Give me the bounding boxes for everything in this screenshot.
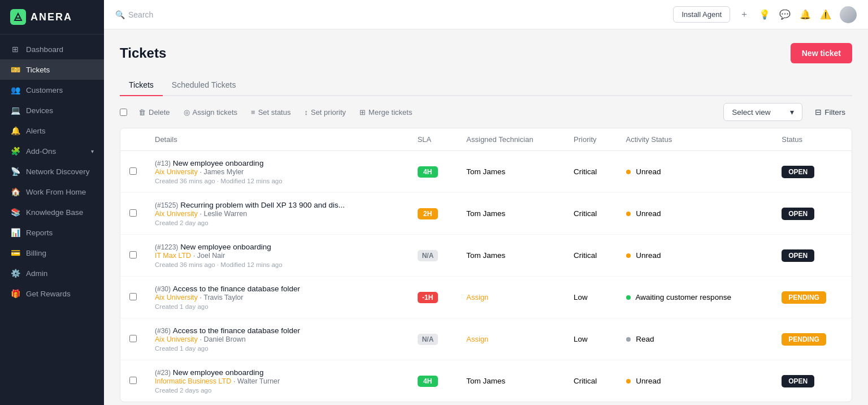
sidebar-item-network-discovery[interactable]: 📡 Network Discovery xyxy=(0,161,104,182)
page-header: Tickets New ticket xyxy=(120,43,852,63)
ticket-technician: Assign xyxy=(457,277,565,318)
ticket-sla: 4H xyxy=(409,151,458,193)
topbar: 🔍 Search Install Agent ＋ 💡 💬 🔔 ⚠️ xyxy=(104,0,868,29)
alert-icon[interactable]: ⚠️ xyxy=(819,9,832,20)
sla-badge: 2H xyxy=(418,208,438,219)
new-ticket-button[interactable]: New ticket xyxy=(791,43,852,63)
priority-icon: ↕ xyxy=(304,108,308,117)
ticket-technician: Tom James xyxy=(457,360,565,402)
ticket-sla: -1H xyxy=(409,277,458,318)
set-priority-button[interactable]: ↕ Set priority xyxy=(298,105,351,119)
ticket-org[interactable]: IT Max LTD xyxy=(155,252,191,260)
sidebar-item-tickets[interactable]: 🎫 Tickets xyxy=(0,59,104,80)
assign-link[interactable]: Assign xyxy=(466,335,488,343)
ticket-activity: Awaiting customer response xyxy=(617,277,773,318)
delete-button[interactable]: 🗑 Delete xyxy=(133,105,176,119)
status-badge: OPEN xyxy=(782,208,814,220)
activity-label: Unread xyxy=(636,167,661,176)
sidebar-item-knowledge-base[interactable]: 📚 Knowledge Base xyxy=(0,202,104,222)
row-checkbox[interactable] xyxy=(129,377,137,384)
table-row[interactable]: (#30) Access to the finance database fol… xyxy=(120,277,852,318)
sla-badge: 4H xyxy=(418,166,438,178)
sidebar-item-label: Admin xyxy=(26,269,47,278)
ticket-org[interactable]: Aix University xyxy=(155,294,198,301)
row-checkbox[interactable] xyxy=(129,167,137,175)
activity-label: Unread xyxy=(636,251,661,260)
select-view-dropdown[interactable]: Select view ▾ xyxy=(723,103,802,121)
sidebar-item-dashboard[interactable]: ⊞ Dashboard xyxy=(0,39,104,59)
column-activity-status: Activity Status xyxy=(617,128,773,151)
column-status: Status xyxy=(772,128,852,151)
table-row[interactable]: (#1525) Recurring problem with Dell XP 1… xyxy=(120,193,852,235)
sidebar-item-label: Reports xyxy=(26,229,53,237)
sidebar-item-admin[interactable]: ⚙️ Admin xyxy=(0,263,104,283)
ticket-details: (#30) Access to the finance database fol… xyxy=(146,277,409,318)
ticket-org[interactable]: Informatic Business LTD xyxy=(155,377,231,385)
ticket-details: (#13) New employee onboarding Aix Univer… xyxy=(146,151,409,193)
ticket-org[interactable]: Aix University xyxy=(155,335,198,343)
toolbar: 🗑 Delete ◎ Assign tickets ≡ Set status ↕… xyxy=(120,96,852,128)
sidebar-item-label: Knowledge Base xyxy=(26,208,83,217)
sidebar-item-reports[interactable]: 📊 Reports xyxy=(0,222,104,243)
chat-icon[interactable]: 💬 xyxy=(779,9,791,20)
devices-icon: 💻 xyxy=(10,106,20,115)
chevron-icon: ▾ xyxy=(91,148,94,154)
ticket-priority: Low xyxy=(565,277,617,318)
technician-name: Tom James xyxy=(466,167,505,176)
filters-button[interactable]: ⊟ Filters xyxy=(808,104,852,120)
assign-link[interactable]: Assign xyxy=(466,293,488,301)
alerts-icon: 🔔 xyxy=(10,126,20,135)
ticket-person: · Walter Turner xyxy=(233,377,280,385)
ticket-technician: Tom James xyxy=(457,151,565,193)
sidebar-item-label: Alerts xyxy=(26,127,46,135)
avatar[interactable] xyxy=(840,6,857,23)
set-status-button[interactable]: ≡ Set status xyxy=(245,105,296,119)
sidebar-item-addons[interactable]: 🧩 Add-Ons ▾ xyxy=(0,141,104,161)
merge-tickets-button[interactable]: ⊞ Merge tickets xyxy=(354,105,418,119)
sidebar-item-work-from-home[interactable]: 🏠 Work From Home xyxy=(0,182,104,202)
activity-dot xyxy=(626,379,631,384)
ticket-status: OPEN xyxy=(772,193,852,235)
table-row[interactable]: (#23) New employee onboarding Informatic… xyxy=(120,360,852,402)
ticket-priority: Critical xyxy=(565,360,617,402)
table-row[interactable]: (#13) New employee onboarding Aix Univer… xyxy=(120,151,852,193)
sidebar-item-alerts[interactable]: 🔔 Alerts xyxy=(0,120,104,141)
ticket-meta: Created 36 mins ago · Modified 12 mins a… xyxy=(155,178,400,184)
ticket-meta: Created 2 days ago xyxy=(155,387,400,394)
addons-icon: 🧩 xyxy=(10,147,20,156)
merge-icon: ⊞ xyxy=(359,108,366,117)
ticket-number: (#36) xyxy=(155,327,171,335)
ticket-sla: 2H xyxy=(409,193,458,235)
logo-area[interactable]: ANERA xyxy=(0,0,104,35)
tab-tickets[interactable]: Tickets xyxy=(120,75,163,96)
sidebar-item-customers[interactable]: 👥 Customers xyxy=(0,80,104,100)
ticket-org[interactable]: Aix University xyxy=(155,210,198,218)
bulb-icon[interactable]: 💡 xyxy=(758,9,771,20)
activity-dot xyxy=(626,337,631,342)
table-row[interactable]: (#36) Access to the finance database fol… xyxy=(120,318,852,360)
tab-scheduled[interactable]: Scheduled Tickets xyxy=(163,75,245,96)
row-checkbox[interactable] xyxy=(129,335,137,342)
bell-icon[interactable]: 🔔 xyxy=(799,9,811,20)
ticket-org[interactable]: Aix University xyxy=(155,168,198,176)
content: Tickets New ticket TicketsScheduled Tick… xyxy=(104,29,868,405)
sidebar-item-billing[interactable]: 💳 Billing xyxy=(0,243,104,263)
row-checkbox[interactable] xyxy=(129,209,137,217)
billing-icon: 💳 xyxy=(10,248,20,257)
tabs: TicketsScheduled Tickets xyxy=(120,75,852,96)
sidebar-item-label: Devices xyxy=(26,106,53,115)
tickets-icon: 🎫 xyxy=(10,65,20,74)
add-icon[interactable]: ＋ xyxy=(738,8,750,20)
search-area[interactable]: 🔍 Search xyxy=(115,10,666,19)
network-discovery-icon: 📡 xyxy=(10,167,20,176)
install-agent-button[interactable]: Install Agent xyxy=(673,6,730,23)
table-row[interactable]: (#1223) New employee onboarding IT Max L… xyxy=(120,235,852,277)
assign-tickets-button[interactable]: ◎ Assign tickets xyxy=(178,105,243,119)
row-checkbox[interactable] xyxy=(129,251,137,258)
sidebar-item-devices[interactable]: 💻 Devices xyxy=(0,100,104,120)
row-checkbox[interactable] xyxy=(129,293,137,300)
reports-icon: 📊 xyxy=(10,228,20,237)
ticket-priority: Low xyxy=(565,318,617,360)
sidebar-item-get-rewards[interactable]: 🎁 Get Rewards xyxy=(0,283,104,304)
select-all-checkbox[interactable] xyxy=(120,109,127,116)
